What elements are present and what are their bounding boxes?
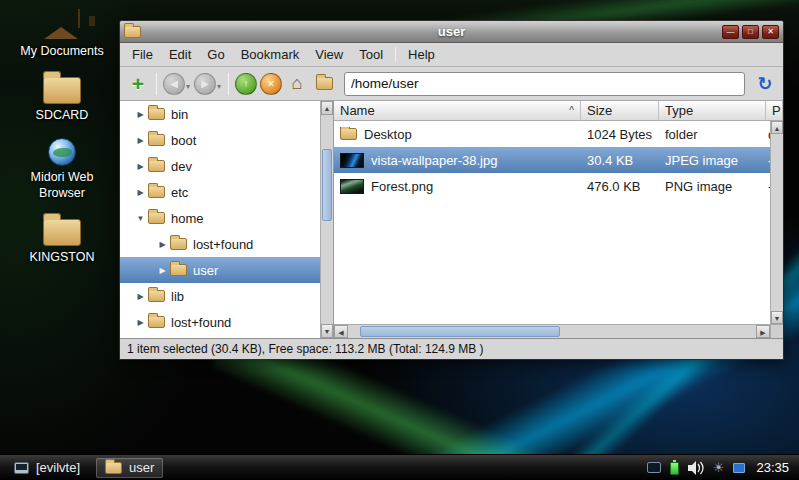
desktop-icon-my-documents[interactable]: My Documents <box>14 10 110 60</box>
scroll-left-icon[interactable]: ◀ <box>334 325 348 338</box>
file-name: Desktop <box>364 127 412 142</box>
brightness-icon[interactable]: ☀ <box>713 461 725 474</box>
minimize-button[interactable]: — <box>722 25 739 39</box>
tree-item-label: home <box>171 211 204 226</box>
folder-icon <box>148 108 165 120</box>
tree-item[interactable]: ▶ bin <box>120 101 320 127</box>
scroll-thumb[interactable] <box>360 326 560 337</box>
file-row[interactable]: Forest.png 476.0 KB PNG image - <box>334 173 770 199</box>
column-label: Name <box>340 103 375 118</box>
desktop-icon-kingston[interactable]: KINGSTON <box>14 212 110 266</box>
folder-button[interactable] <box>312 72 336 96</box>
tree-item[interactable]: ▶ boot <box>120 127 320 153</box>
tree-item[interactable]: ▶ dev <box>120 153 320 179</box>
scroll-down-icon[interactable]: ▼ <box>321 324 333 338</box>
display-icon[interactable] <box>647 462 661 473</box>
window-folder-icon <box>124 26 141 38</box>
menu-file[interactable]: File <box>124 45 161 64</box>
maximize-button[interactable]: □ <box>742 25 759 39</box>
expander-icon[interactable]: ▶ <box>133 110 148 119</box>
tree-item[interactable]: ▼ home <box>120 205 320 231</box>
scroll-track[interactable] <box>348 325 756 338</box>
file-name-cell: vista-wallpaper-38.jpg <box>334 153 581 168</box>
menu-go[interactable]: Go <box>199 45 232 64</box>
menu-help[interactable]: Help <box>400 45 443 64</box>
task-user[interactable]: user <box>96 458 163 478</box>
path-input[interactable] <box>344 72 745 96</box>
expander-icon[interactable]: ▶ <box>155 240 170 249</box>
folder-icon <box>148 316 165 328</box>
desktop-icon-midori[interactable]: Midori Web Browser <box>14 138 110 201</box>
expander-icon[interactable]: ▶ <box>133 162 148 171</box>
forward-button[interactable]: ▶ <box>194 73 216 95</box>
tree-item-label: boot <box>171 133 196 148</box>
file-type-cell: PNG image <box>659 179 766 194</box>
home-button[interactable]: ⌂ <box>285 72 309 96</box>
battery-icon[interactable] <box>670 462 679 475</box>
column-header-name[interactable]: Name ^ <box>334 101 581 121</box>
file-size-cell: 1024 Bytes <box>581 127 659 142</box>
scroll-down-icon[interactable]: ▼ <box>771 311 783 324</box>
expander-icon[interactable]: ▶ <box>133 292 148 301</box>
tree-scrollbar[interactable]: ▲ ▼ <box>320 101 334 338</box>
folder-icon <box>170 238 187 250</box>
folder-icon <box>148 160 165 172</box>
menu-bookmark[interactable]: Bookmark <box>233 45 308 64</box>
file-type-cell: folder <box>659 127 766 142</box>
desktop-icon-label: My Documents <box>20 44 103 60</box>
tree-item-label: etc <box>171 185 188 200</box>
column-header-size[interactable]: Size <box>581 101 659 121</box>
menu-tool[interactable]: Tool <box>351 45 391 64</box>
sort-indicator-icon: ^ <box>569 105 574 116</box>
column-header-type[interactable]: Type <box>659 101 766 121</box>
column-header-permissions[interactable]: P <box>766 101 783 121</box>
forward-dropdown-icon[interactable]: ▾ <box>217 82 221 91</box>
new-tab-button[interactable]: + <box>126 72 150 96</box>
tree-item[interactable]: ▶ lost+found <box>120 231 320 257</box>
volume-icon[interactable] <box>688 461 704 475</box>
menu-view[interactable]: View <box>307 45 351 64</box>
file-list-hscrollbar[interactable]: ◀ ▶ <box>334 324 770 338</box>
expander-icon[interactable]: ▶ <box>155 266 170 275</box>
back-button[interactable]: ◀ <box>163 73 185 95</box>
stop-button[interactable]: ✕ <box>260 73 282 95</box>
scroll-right-icon[interactable]: ▶ <box>756 325 770 338</box>
scroll-thumb[interactable] <box>322 149 332 221</box>
tree-item-label: dev <box>171 159 192 174</box>
expander-icon[interactable]: ▶ <box>133 136 148 145</box>
tree-item-label: bin <box>171 107 188 122</box>
expander-icon[interactable]: ▶ <box>133 188 148 197</box>
menu-edit[interactable]: Edit <box>161 45 199 64</box>
file-row[interactable]: Desktop 1024 Bytes folder d <box>334 121 770 147</box>
tree-item[interactable]: ▶ lib <box>120 283 320 309</box>
desktop-icon-sdcard[interactable]: SDCARD <box>14 70 110 124</box>
titlebar[interactable]: user — □ ✕ <box>120 21 783 43</box>
scroll-up-icon[interactable]: ▲ <box>771 121 783 134</box>
go-arrow-icon: ↻ <box>757 73 772 95</box>
tree-item[interactable]: ▶ lost+found <box>120 309 320 335</box>
up-button[interactable]: ↑ <box>235 73 257 95</box>
tree-item[interactable]: ▶ etc <box>120 179 320 205</box>
window-controls: — □ ✕ <box>722 25 779 39</box>
toolbar: + ◀ ▾ ▶ ▾ ↑ ✕ ⌂ ↻ <box>120 67 783 101</box>
task-label: [evilvte] <box>36 460 80 475</box>
back-dropdown-icon[interactable]: ▾ <box>186 82 190 91</box>
go-button[interactable]: ↻ <box>753 72 777 96</box>
plus-icon: + <box>132 74 144 94</box>
folder-icon <box>148 134 165 146</box>
home-icon: ⌂ <box>292 73 303 94</box>
tree-item[interactable]: ▶ user <box>120 257 320 283</box>
network-icon[interactable] <box>733 463 745 473</box>
close-button[interactable]: ✕ <box>762 25 779 39</box>
expander-icon[interactable]: ▶ <box>133 318 148 327</box>
tree-item-label: lost+found <box>193 237 253 252</box>
file-row[interactable]: vista-wallpaper-38.jpg 30.4 KB JPEG imag… <box>334 147 770 173</box>
task-label: user <box>129 460 154 475</box>
folder-icon <box>105 462 122 474</box>
task-evilvte[interactable]: [evilvte] <box>6 458 88 478</box>
scroll-up-icon[interactable]: ▲ <box>321 101 333 115</box>
file-list-vscrollbar[interactable]: ▲ ▼ <box>770 121 783 324</box>
toolbar-divider <box>228 73 229 95</box>
expander-icon[interactable]: ▼ <box>133 214 148 223</box>
file-type-cell: JPEG image <box>659 153 766 168</box>
